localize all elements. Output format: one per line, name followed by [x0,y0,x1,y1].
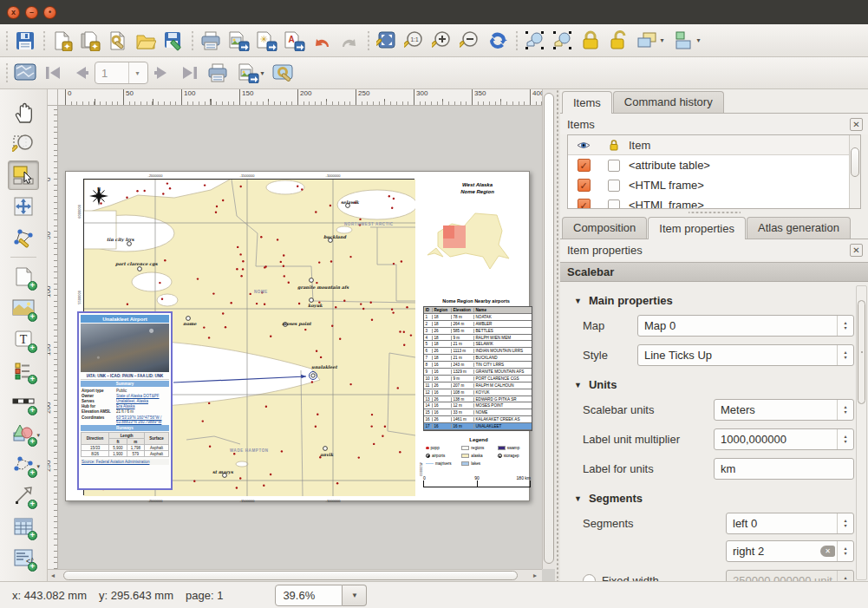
zoom-full-button[interactable] [373,27,401,55]
zoom-tool-button[interactable] [8,129,39,159]
scalebar-units-combobox[interactable]: Meters ▴▾ [714,399,854,421]
canvas-viewport[interactable]: -2000000-1500000-1000000 -2000000-150000… [58,106,542,569]
open-composition-button[interactable] [132,27,160,55]
tab-items[interactable]: Items [562,91,612,114]
export-as-image-button[interactable] [225,27,252,55]
clear-value-icon[interactable]: ✕ [820,546,835,557]
lock-items-button[interactable] [577,27,604,55]
airports-table[interactable]: ID Region Elevation Name 1 18 78 m NOATA… [423,306,532,431]
export-as-pdf-button[interactable]: A [280,27,308,55]
first-feature-button[interactable] [39,59,67,87]
add-html-frame-button[interactable]: </>+ [8,543,39,572]
deselect-all-button[interactable] [549,27,577,55]
atlas-feature-number-combo[interactable]: ▾ [95,62,148,84]
atlas-feature-number-input[interactable] [95,66,128,81]
close-panel-icon[interactable]: ✕ [850,244,863,257]
spin-arrows-icon[interactable]: ▴▾ [837,513,853,533]
previous-feature-button[interactable] [67,59,95,87]
map-combobox[interactable]: Map 0 ▴▾ [637,315,854,337]
style-combobox[interactable]: Line Ticks Up ▴▾ [637,344,854,366]
tab-atlas-generation[interactable]: Atlas generation [747,217,851,239]
menu-item[interactable] [69,8,86,16]
minimize-window-icon[interactable]: – [25,6,38,19]
alaska-overview-map[interactable] [426,203,530,290]
section-units[interactable]: ▼ Units [574,378,868,391]
toolbar-drag-handle[interactable] [3,63,10,82]
export-atlas-button[interactable]: ▾ [232,59,270,87]
composition-page[interactable]: -2000000-1500000-1000000 -2000000-150000… [65,171,530,501]
refresh-view-button[interactable] [484,27,512,55]
visibility-checkbox[interactable]: ✓ [578,199,591,209]
canvas-horizontal-scrollbar[interactable]: ◂ ▸ [48,569,542,581]
combo-arrows-icon[interactable]: ▴▾ [837,400,853,420]
canvas-vertical-scrollbar[interactable] [542,89,555,569]
composition-manager-button[interactable] [104,27,132,55]
menu-item[interactable] [103,8,121,16]
tab-item-properties[interactable]: Item properties [648,217,746,239]
zoom-level-value[interactable]: 39.6% [275,585,343,606]
close-panel-icon[interactable]: ✕ [850,118,863,131]
menu-item[interactable] [138,8,155,16]
save-project-button[interactable] [11,27,39,55]
add-shape-button[interactable]: +▾ [8,418,39,448]
toolbar-drag-handle[interactable] [365,31,371,50]
add-nodes-shape-button[interactable]: +▾ [8,449,39,479]
scroll-right-icon[interactable]: ▸ [533,570,537,582]
align-items-button[interactable]: ▾ [669,27,705,55]
lock-checkbox[interactable] [608,180,620,192]
properties-scrollbar[interactable] [856,285,867,580]
section-main-properties[interactable]: ▼ Main properties [574,294,868,307]
html-frame-item[interactable]: Unalakleet Airport IATA: UNK – ICAO: PAU… [77,311,173,490]
export-as-svg-button[interactable]: ✳ [252,27,280,55]
pan-tool-button[interactable] [8,98,39,127]
lock-checkbox[interactable] [608,160,620,172]
items-list-scrollbar[interactable] [849,135,860,208]
select-move-item-toolbutton[interactable] [521,27,549,55]
print-button[interactable] [197,27,225,55]
visibility-checkbox[interactable]: ✓ [578,159,591,172]
next-feature-button[interactable] [148,59,176,87]
properties-scroll-thumb[interactable] [858,300,865,404]
scroll-left-icon[interactable]: ◂ [51,570,55,582]
toolbar-drag-handle[interactable] [513,31,519,50]
zoom-out-button[interactable] [456,27,484,55]
atlas-settings-button[interactable] [270,59,297,87]
items-scroll-thumb[interactable] [851,147,859,177]
combo-arrows-icon[interactable]: ▴▾ [837,316,853,336]
menu-item[interactable] [121,8,138,16]
tab-command-history[interactable]: Command history [613,91,724,113]
items-list-row[interactable]: ✓ <attribute table> [568,155,860,175]
add-arrow-button[interactable]: + [8,481,39,510]
select-move-item-tool-button[interactable] [8,160,39,190]
new-composition-button[interactable]: ✦ [49,27,76,55]
last-feature-button[interactable] [176,59,204,87]
zoom-dropdown-caret-icon[interactable]: ▼ [343,585,367,606]
duplicate-composition-button[interactable]: ✦ [76,27,104,55]
visibility-checkbox[interactable]: ✓ [578,179,591,192]
add-label-button[interactable]: T+ [8,324,39,354]
unlock-items-button[interactable] [604,27,632,55]
segments-left-spinbox[interactable]: left 0 ▴▾ [726,513,854,534]
add-attribute-table-button[interactable]: + [8,512,39,541]
dropdown-caret-icon[interactable]: ▾ [128,62,146,83]
toolbar-drag-handle[interactable] [3,31,10,50]
add-scalebar-button[interactable]: + [8,387,39,416]
move-item-content-tool-button[interactable] [8,192,39,221]
zoom-level-combo[interactable]: 39.6% ▼ [275,585,367,606]
edit-nodes-item-tool-button[interactable] [8,223,39,252]
lock-checkbox[interactable] [608,199,620,210]
add-new-map-button[interactable]: + [8,262,39,291]
print-atlas-button[interactable] [204,59,232,87]
spin-arrows-icon[interactable]: ▴▾ [837,429,853,449]
add-legend-button[interactable]: + [8,356,39,385]
items-list-row[interactable]: ✓ <HTML frame> [568,195,860,209]
redo-button[interactable] [336,27,363,55]
items-list-row[interactable]: ✓ <HTML frame> [568,175,860,195]
horizontal-scroll-thumb[interactable] [63,571,518,580]
menu-item[interactable] [155,8,173,16]
toolbar-drag-handle[interactable] [189,31,195,50]
label-unit-multiplier-spinbox[interactable]: 1000,000000 ▴▾ [714,428,854,450]
undo-button[interactable] [308,27,336,55]
label-for-units-input[interactable]: km [714,458,854,480]
items-list[interactable]: Item ✓ <attribute table> ✓ <HTML frame> … [567,134,861,209]
